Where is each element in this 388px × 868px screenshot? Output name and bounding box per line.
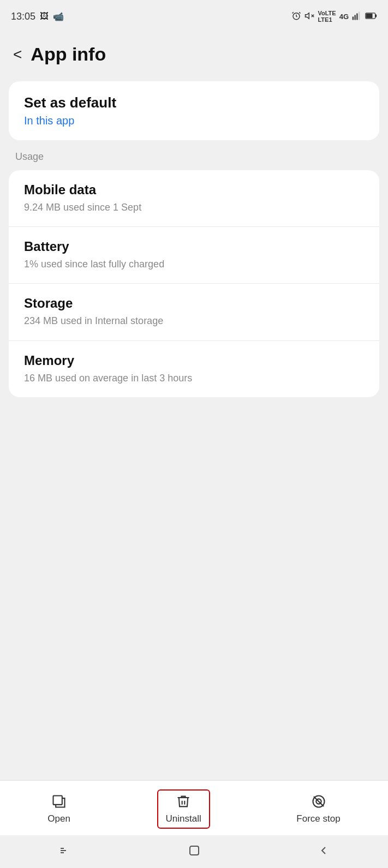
storage-item[interactable]: Storage 234 MB used in Internal storage — [9, 284, 379, 340]
mobile-data-desc: 9.24 MB used since 1 Sept — [24, 201, 364, 214]
svg-rect-6 — [356, 13, 357, 20]
memory-desc: 16 MB used on average in last 3 hours — [24, 372, 364, 385]
mobile-data-item[interactable]: Mobile data 9.24 MB used since 1 Sept — [9, 170, 379, 227]
bottom-action-bar: Open Uninstall Force stop — [0, 780, 388, 835]
volte-label: VoLTELTE1 — [318, 10, 336, 23]
video-icon: 📹 — [53, 11, 64, 22]
svg-rect-18 — [190, 846, 199, 855]
usage-section-label: Usage — [0, 143, 388, 167]
usage-card: Mobile data 9.24 MB used since 1 Sept Ba… — [9, 170, 379, 397]
force-stop-button[interactable]: Force stop — [288, 789, 349, 829]
page-title: App info — [31, 44, 106, 65]
svg-rect-9 — [375, 14, 377, 17]
storage-title: Storage — [24, 296, 364, 311]
photo-icon: 🖼 — [40, 11, 49, 21]
open-label: Open — [47, 813, 70, 824]
time-display: 13:05 — [11, 11, 35, 22]
memory-title: Memory — [24, 353, 364, 368]
memory-item[interactable]: Memory 16 MB used on average in last 3 h… — [9, 341, 379, 397]
set-as-default-card[interactable]: Set as default In this app — [9, 81, 379, 140]
uninstall-icon — [176, 794, 191, 809]
signal-icon — [352, 11, 362, 22]
svg-marker-1 — [306, 13, 309, 19]
alarm-icon — [291, 11, 301, 22]
back-nav-icon[interactable] — [317, 844, 330, 859]
force-stop-icon — [311, 794, 326, 809]
storage-desc: 234 MB used in Internal storage — [24, 314, 364, 328]
uninstall-button[interactable]: Uninstall — [157, 789, 210, 829]
status-time: 13:05 🖼 📹 — [11, 11, 64, 22]
system-nav-bar — [0, 835, 388, 868]
svg-line-14 — [313, 797, 323, 806]
4g-label: 4G — [339, 13, 349, 21]
recent-apps-icon[interactable] — [58, 844, 71, 859]
svg-rect-5 — [355, 15, 356, 20]
set-default-title: Set as default — [24, 94, 364, 111]
back-button[interactable]: < — [13, 46, 22, 63]
open-button[interactable]: Open — [39, 789, 79, 829]
svg-rect-10 — [366, 13, 373, 17]
in-this-app-label: In this app — [24, 115, 364, 127]
svg-rect-7 — [359, 11, 360, 20]
uninstall-label: Uninstall — [166, 813, 201, 824]
battery-item[interactable]: Battery 1% used since last fully charged — [9, 227, 379, 284]
header: < App info — [0, 33, 388, 78]
battery-icon — [365, 12, 377, 21]
svg-rect-4 — [353, 16, 354, 20]
home-icon[interactable] — [188, 844, 201, 859]
battery-desc: 1% used since last fully charged — [24, 258, 364, 271]
status-bar: 13:05 🖼 📹 VoLTELTE1 4G — [0, 0, 388, 33]
status-icons: VoLTELTE1 4G — [291, 10, 377, 23]
battery-title: Battery — [24, 239, 364, 254]
mute-icon — [305, 11, 314, 22]
open-icon — [51, 794, 67, 809]
mobile-data-title: Mobile data — [24, 182, 364, 197]
force-stop-label: Force stop — [296, 813, 340, 824]
svg-rect-11 — [53, 796, 62, 805]
